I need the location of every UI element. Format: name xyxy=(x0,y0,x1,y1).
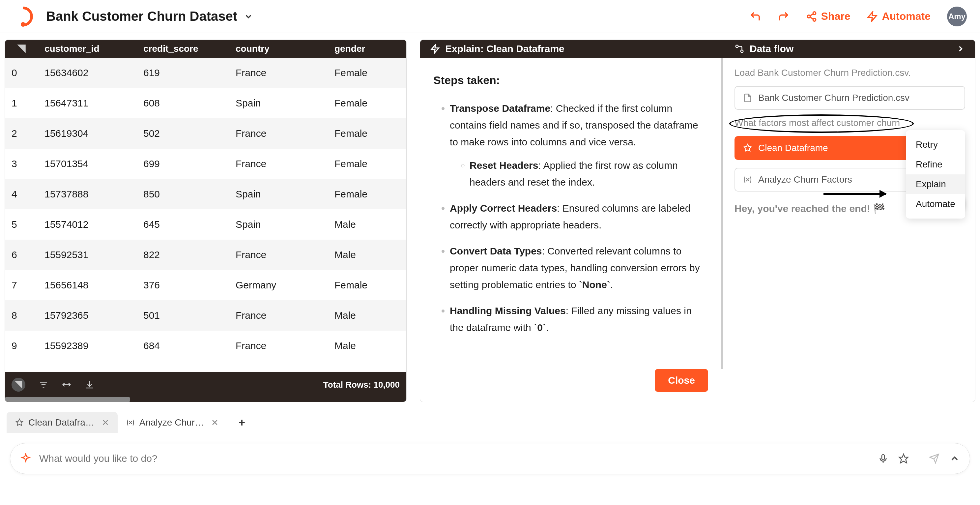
document-title[interactable]: Bank Customer Churn Dataset xyxy=(46,9,253,24)
cell-gender: Female xyxy=(328,97,406,109)
cell-country: France xyxy=(229,340,328,351)
close-tab-icon[interactable]: ✕ xyxy=(211,417,218,428)
cell-country: France xyxy=(229,128,328,139)
cell-gender: Male xyxy=(328,219,406,230)
tab-analyze-churn[interactable]: Analyze Chur… ✕ xyxy=(118,412,227,433)
cell-credit-score: 699 xyxy=(137,158,229,169)
svg-point-12 xyxy=(741,50,743,53)
download-icon[interactable] xyxy=(85,380,95,390)
tab-label: Clean Datafra… xyxy=(28,417,95,428)
context-menu: Retry Refine Explain Automate xyxy=(906,130,965,218)
menu-retry[interactable]: Retry xyxy=(906,135,965,155)
file-icon xyxy=(743,93,752,102)
svg-point-0 xyxy=(813,11,816,14)
bolt-icon xyxy=(867,11,878,22)
avatar-initials: Amy xyxy=(948,12,966,21)
table-row[interactable]: 6 15592531 822 France Male xyxy=(5,240,406,270)
col-customer-id[interactable]: customer_id xyxy=(38,43,137,54)
table-row[interactable]: 0 15634602 619 France Female xyxy=(5,58,406,88)
table-row[interactable]: 3 15701354 699 France Female xyxy=(5,149,406,179)
svg-point-1 xyxy=(807,15,810,18)
close-tab-icon[interactable]: ✕ xyxy=(102,417,109,428)
automate-label: Automate xyxy=(882,10,931,22)
avatar[interactable]: Amy xyxy=(947,6,967,26)
menu-explain[interactable]: Explain xyxy=(906,174,965,194)
annotation-ellipse xyxy=(729,115,914,133)
step-item: Transpose Dataframe: Checked if the firs… xyxy=(450,100,708,191)
col-gender[interactable]: gender xyxy=(328,43,406,54)
cell-gender: Female xyxy=(328,67,406,78)
cell-country: France xyxy=(229,249,328,260)
horizontal-scrollbar[interactable] xyxy=(5,397,406,402)
chevron-down-icon xyxy=(244,12,253,21)
close-button[interactable]: Close xyxy=(655,369,708,392)
col-credit-score[interactable]: credit_score xyxy=(137,43,229,54)
cell-customer-id: 15634602 xyxy=(38,67,137,78)
undo-button[interactable] xyxy=(749,11,761,22)
cell-customer-id: 15592389 xyxy=(38,340,137,351)
explain-body: Steps taken: Transpose Dataframe: Checke… xyxy=(420,58,723,369)
app-logo[interactable] xyxy=(9,2,37,30)
cell-credit-score: 376 xyxy=(137,280,229,291)
cell-customer-id: 15619304 xyxy=(38,128,137,139)
step-item: Apply Correct Headers: Ensured columns a… xyxy=(450,200,708,233)
cell-credit-score: 501 xyxy=(137,310,229,321)
row-index: 3 xyxy=(5,158,38,169)
table-row[interactable]: 8 15792365 501 France Male xyxy=(5,300,406,331)
menu-automate[interactable]: Automate xyxy=(906,194,965,214)
cell-gender: Female xyxy=(328,158,406,169)
table-row[interactable]: 1 15647311 608 Spain Female xyxy=(5,88,406,118)
table-corner-icon[interactable] xyxy=(5,43,38,54)
cell-gender: Male xyxy=(328,249,406,260)
redo-button[interactable] xyxy=(778,11,789,22)
step-item: Handling Missing Values: Filled any miss… xyxy=(450,302,708,336)
menu-refine[interactable]: Refine xyxy=(906,155,965,174)
prompt-input[interactable] xyxy=(39,453,878,464)
table-view-icon[interactable] xyxy=(11,378,25,392)
chevron-up-icon[interactable] xyxy=(949,453,960,464)
resize-icon[interactable] xyxy=(62,380,72,390)
share-label: Share xyxy=(821,10,851,22)
step-item: Convert Data Types: Converted relevant c… xyxy=(450,243,708,293)
automate-button[interactable]: Automate xyxy=(867,10,931,22)
cell-credit-score: 608 xyxy=(137,97,229,109)
sub-step-item: Reset Headers: Applied the first row as … xyxy=(469,157,708,191)
send-icon[interactable] xyxy=(929,453,939,464)
row-index: 5 xyxy=(5,219,38,230)
table-body: 0 15634602 619 France Female1 15647311 6… xyxy=(5,58,406,372)
table-row[interactable]: 2 15619304 502 France Female xyxy=(5,118,406,149)
table-row[interactable]: 5 15574012 645 Spain Male xyxy=(5,209,406,240)
table-row[interactable]: 7 15656148 376 Germany Female xyxy=(5,270,406,300)
prompt-bar xyxy=(10,443,970,474)
cell-credit-score: 822 xyxy=(137,249,229,260)
col-country[interactable]: country xyxy=(229,43,328,54)
add-tab-icon[interactable] xyxy=(237,417,247,427)
filter-icon[interactable] xyxy=(38,380,48,390)
tab-clean-dataframe[interactable]: Clean Datafra… ✕ xyxy=(6,412,118,433)
cell-gender: Female xyxy=(328,280,406,291)
table-row[interactable]: 9 15592389 684 France Male xyxy=(5,331,406,361)
svg-marker-20 xyxy=(899,454,908,463)
table-footer: Total Rows: 10,000 xyxy=(5,372,406,397)
cell-country: Germany xyxy=(229,280,328,291)
row-index: 9 xyxy=(5,340,38,351)
star-icon[interactable] xyxy=(898,453,909,464)
annotation-arrow xyxy=(824,193,886,195)
cell-gender: Female xyxy=(328,188,406,200)
table-row[interactable]: 4 15737888 850 Spain Female xyxy=(5,179,406,209)
flow-file-chip[interactable]: Bank Customer Churn Prediction.csv xyxy=(735,86,965,110)
chevron-right-icon[interactable] xyxy=(956,44,965,53)
cell-customer-id: 15701354 xyxy=(38,158,137,169)
share-button[interactable]: Share xyxy=(806,10,851,22)
data-table-panel: customer_id credit_score country gender … xyxy=(5,40,407,402)
svg-line-3 xyxy=(810,14,813,16)
mic-icon[interactable] xyxy=(878,453,888,464)
svg-rect-18 xyxy=(882,454,885,460)
cell-credit-score: 619 xyxy=(137,67,229,78)
variable-icon xyxy=(126,418,135,427)
cell-customer-id: 15592531 xyxy=(38,249,137,260)
cell-country: France xyxy=(229,158,328,169)
title-text: Bank Customer Churn Dataset xyxy=(46,9,237,24)
cell-customer-id: 15656148 xyxy=(38,280,137,291)
cell-country: France xyxy=(229,67,328,78)
